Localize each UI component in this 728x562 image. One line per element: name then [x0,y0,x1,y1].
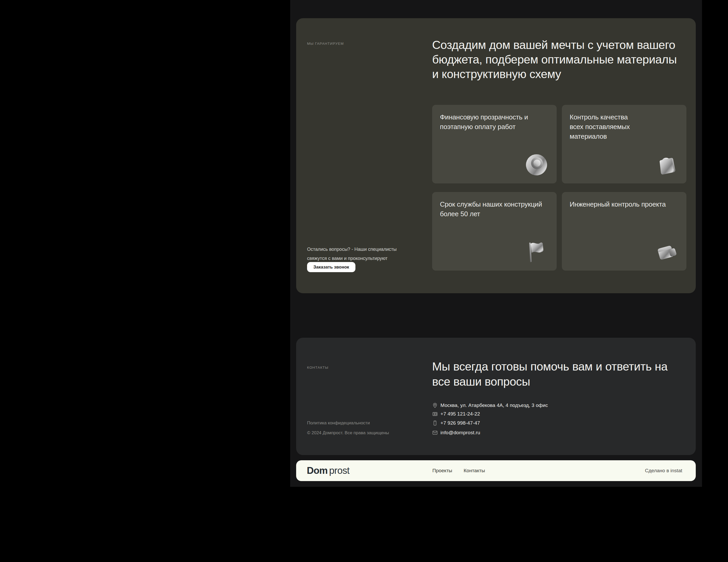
coin-3d-icon [524,152,549,177]
contact-email[interactable]: info@domprost.ru [440,430,480,436]
contact-row-mobile: +7 926 998-47-47 [432,420,480,426]
footer-nav: Проекты Контакты [432,460,485,481]
guarantee-card-quality: Контроль качества всех поставляемых мате… [562,105,686,183]
contact-phone-landline[interactable]: +7 495 121-24-22 [440,411,480,417]
shopping-bag-3d-icon [654,152,679,177]
contact-row-address: Москва, ул. Атарбекова 4А, 4 подъезд, 3 … [432,402,548,409]
flag-3d-icon [524,239,549,264]
guarantee-card-text: Контроль качества всех поставляемых мате… [570,112,679,141]
copyright-text: © 2024 Домпрост. Все права защищены [307,430,389,436]
contact-address: Москва, ул. Атарбекова 4А, 4 подъезд, 3 … [440,403,548,408]
footer-nav-contacts[interactable]: Контакты [464,468,485,474]
contact-phone-mobile[interactable]: +7 926 998-47-47 [440,420,480,426]
contacts-section-label: КОНТАКТЫ [307,366,328,370]
footer-bar: Domprost Проекты Контакты Сделано в inst… [296,460,696,481]
guarantee-card-text: Финансовую прозрачность и поэтапную опла… [440,112,549,132]
desk-phone-icon [432,411,438,417]
guarantee-card-text: Срок службы наших конструкций более 50 л… [440,199,549,219]
guarantee-card-text: Инженерный контроль проекта [570,199,679,209]
site-viewport: МЫ ГАРАНТИРУЕМ Создадим дом вашей мечты … [290,0,702,487]
guarantee-section: МЫ ГАРАНТИРУЕМ Создадим дом вашей мечты … [296,18,696,293]
logo-bold-part: Dom [307,465,328,476]
guarantee-card-lifespan: Срок службы наших конструкций более 50 л… [432,192,557,270]
order-call-button[interactable]: Заказать звонок [307,262,355,272]
order-call-button-label: Заказать звонок [313,264,349,270]
contacts-heading: Мы всегда готовы помочь вам и ответить н… [432,359,692,389]
guarantee-card-finance: Финансовую прозрачность и поэтапную опла… [432,105,557,183]
contacts-section: КОНТАКТЫ Мы всегда готовы помочь вам и о… [296,338,696,455]
privacy-policy-link[interactable]: Политика конфидециальности [307,421,370,426]
footer-nav-projects[interactable]: Проекты [432,468,452,474]
wallet-3d-icon [654,239,679,264]
envelope-icon [432,430,438,436]
contact-row-email: info@domprost.ru [432,430,480,436]
mobile-phone-icon [432,420,438,426]
guarantee-heading: Создадим дом вашей мечты с учетом вашего… [432,38,692,81]
domprost-logo[interactable]: Domprost [307,465,349,476]
guarantee-section-label: МЫ ГАРАНТИРУЕМ [307,42,344,46]
guarantee-card-engineering: Инженерный контроль проекта [562,192,686,270]
location-pin-icon [432,403,438,408]
logo-light-part: prost [329,465,349,476]
questions-text: Остались вопросы? - Наши специалисты свя… [307,245,397,263]
guarantee-cards-grid: Финансовую прозрачность и поэтапную опла… [432,105,686,270]
contact-row-landline: +7 495 121-24-22 [432,411,480,417]
made-by-link[interactable]: Сделано в instat [645,468,682,474]
